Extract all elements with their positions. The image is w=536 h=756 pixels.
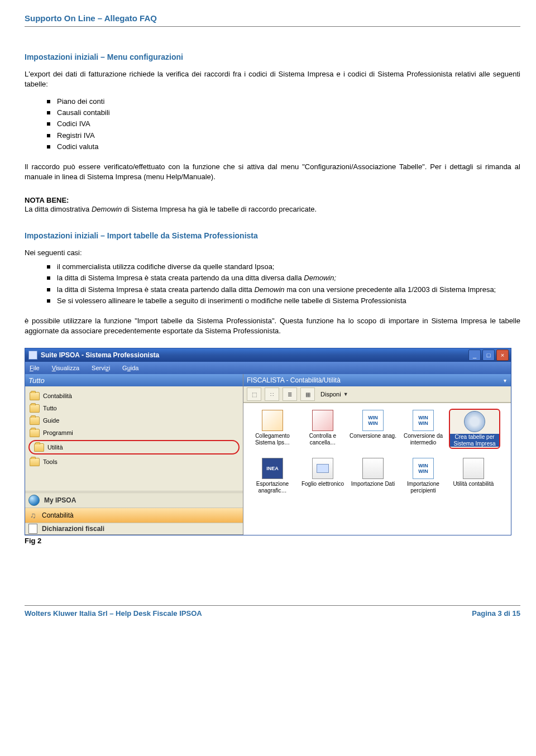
list-item: il commercialista utilizza codifiche div… [47,262,520,272]
bottom-label: My IPSOA [44,496,76,504]
document-header: Supporto On Line – Allegato FAQ [25,13,520,23]
app-item-conversione-anag[interactable]: Conversione anag. [348,409,398,449]
app-item-foglio[interactable]: Foglio elettronico [298,457,347,495]
nav-label: Tutto [43,405,57,412]
casi-list: il commercialista utilizza codifiche div… [25,262,520,306]
breadcrumb: FISCALISTA - Contabilità/Utilità [247,376,341,384]
winwin-icon [362,410,384,431]
maximize-button[interactable]: □ [482,350,495,361]
nav-item-guide[interactable]: Guide [28,414,240,427]
list-item: Piano dei conti [47,97,520,107]
folder-icon [30,429,40,437]
nav-item-contabilita[interactable]: Contabilità [28,390,240,402]
stack-icon [362,458,384,479]
right-panel-header: FISCALISTA - Contabilità/Utilità ▾ [243,374,511,386]
tabelle-list: Piano dei conti Causali contabili Codici… [25,97,520,152]
list-item: la ditta di Sistema Impresa è stata crea… [47,273,520,283]
figure-caption: Fig 2 [25,537,520,545]
nota-bene-text: La ditta dimostrativa Demowin di Sistema… [25,204,520,214]
app-item-controlla[interactable]: Controlla e cancella… [298,409,347,449]
nota-bene-block: NOTA BENE: La ditta dimostrativa Demowin… [25,196,520,214]
section-2-title: Impostazioni iniziali – Import tabelle d… [25,231,520,240]
nav-label: Programmi [43,429,73,436]
list-item: la ditta di Sistema Impresa è stata crea… [47,285,520,295]
app-window-screenshot: Suite IPSOA - Sistema Professionista _ □… [25,348,511,535]
nav-label: Guide [43,417,59,424]
app-item-label: Conversione anag. [350,433,396,439]
nav-item-tutto[interactable]: Tutto [28,402,240,414]
app-item-label: Importazione Dati [351,481,395,487]
app-item-label: Collegamento Sistema Ips… [248,433,297,446]
menu-file[interactable]: File [30,365,40,371]
nei-seguenti-label: Nei seguenti casi: [25,248,520,258]
icon-grid: Collegamento Sistema Ips… Controlla e ca… [243,403,511,535]
menu-servizi[interactable]: Servizi [92,365,110,371]
menu-visualizza[interactable]: Visualizza [52,365,79,371]
app-item-utilita-contabilita[interactable]: Utilità contabilità [449,457,498,495]
app-item-collegamento[interactable]: Collegamento Sistema Ips… [248,409,297,449]
folder-icon [30,458,40,466]
disponi-label: Disponi [320,391,341,398]
window-buttons: _ □ × [468,350,509,361]
toolbar-view-small-icons[interactable]: ∷ [265,387,279,401]
nav-label: Tools [43,458,58,465]
list-item: Registri IVA [47,131,520,141]
folder-icon [30,404,40,413]
document-footer: Wolters Kluwer Italia Srl – Help Desk Fi… [25,605,520,618]
demowin-italic: Demowin [92,205,122,213]
bottom-item-dichiarazioni[interactable]: Dichiarazioni fiscali [25,523,243,535]
chevron-down-icon[interactable]: ▾ [504,377,506,384]
people-icon [262,410,283,431]
left-panel: Tutto Contabilità Tutto Guide Programmi … [25,374,243,535]
demowin-italic: Demowin [254,285,284,294]
disponi-dropdown[interactable]: Disponi ▼ [320,391,348,398]
list-item: Causali contabili [47,108,520,118]
toolbar-view-large-icons[interactable]: ⬚ [247,387,261,401]
menu-guida[interactable]: Guida [122,365,138,371]
nav-item-programmi[interactable]: Programmi [28,427,240,439]
paper-icon [28,524,37,534]
text-fragment: la ditta di Sistema Impresa è stata crea… [57,274,304,282]
folder-icon [34,443,44,452]
app-icon [28,351,37,360]
app-body: Tutto Contabilità Tutto Guide Programmi … [25,374,511,535]
app-item-importazione-dati[interactable]: Importazione Dati [348,457,398,495]
text-fragment: Se si volessero allineare le tabelle a s… [57,296,406,305]
text-fragment: La ditta dimostrativa [25,205,92,213]
app-item-esportazione[interactable]: Esportazione anagrafic… [248,457,297,495]
text-fragment: ma con una versione precedente alla 1/20… [285,285,496,294]
bottom-item-contabilita[interactable]: ♫ Contabilità [25,508,243,523]
menu-bar: File Visualizza Servizi Guida [25,362,511,374]
closing-paragraph: è possibile utilizzare la funzione "Impo… [25,316,520,336]
app-item-crea-tabelle-highlighted[interactable]: Crea tabelle per Sistema Impresa [449,409,500,449]
toolbar-view-list[interactable]: ≣ [283,387,297,401]
text-fragment: di Sistema Impresa ha già le tabelle di … [122,205,317,213]
demowin-italic: Demowin; [304,274,336,282]
minimize-button[interactable]: _ [468,350,481,361]
text-fragment: il commercialista utilizza codifiche div… [57,262,274,271]
window-titlebar[interactable]: Suite IPSOA - Sistema Professionista _ □… [25,348,511,362]
app-item-conversione-intermedio[interactable]: Conversione da intermedio [399,409,448,449]
close-button[interactable]: × [496,350,509,361]
app-item-importazione-percipienti[interactable]: Importazione percipienti [399,457,448,495]
globe-icon [28,495,40,506]
toolbar-view-details[interactable]: ▦ [300,387,315,401]
folder-icon [30,417,40,425]
nav-item-tools[interactable]: Tools [28,456,240,468]
inea-icon [262,458,283,479]
section-1-title: Impostazioni iniziali – Menu configurazi… [25,52,520,61]
raccordo-paragraph: Il raccordo può essere verificato/effett… [25,162,520,181]
nav-item-utilita[interactable]: Utilità [33,441,235,453]
nav-label: Utilità [47,444,63,451]
winwin-icon [413,410,434,431]
disc-icon [464,411,485,432]
nota-bene-label: NOTA BENE: [25,196,520,204]
spreadsheet-icon [312,458,333,479]
highlight-ring-utilita: Utilità [28,440,240,454]
app-item-label: Controlla e cancella… [298,433,347,446]
cancel-icon [312,410,333,431]
app-item-label: Crea tabelle per Sistema Impresa [450,434,499,447]
bottom-label: Contabilità [42,511,74,519]
footer-left: Wolters Kluwer Italia Srl – Help Desk Fi… [25,609,202,618]
bottom-item-my-ipsoa[interactable]: My IPSOA [25,492,243,508]
